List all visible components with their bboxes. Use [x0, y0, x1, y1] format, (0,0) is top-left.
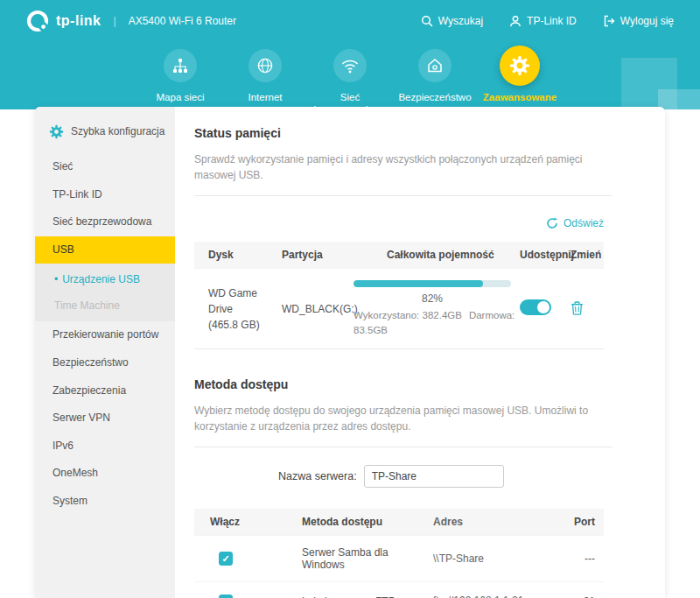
section-title: Status pamięci [194, 126, 604, 140]
sidebar-item-usb-device[interactable]: •Urządzenie USB [35, 266, 175, 292]
sidebar-item-onemesh[interactable]: OneMesh [35, 460, 175, 488]
tab-circle [418, 49, 452, 82]
section-description: Wybierz metodę dostępu do swojego urządz… [194, 403, 612, 447]
capacity-percent: 82% [354, 292, 511, 305]
disk-size: (465.8 GB) [208, 317, 282, 333]
storage-table-row: WD Game Drive (465.8 GB) WD_BLACK(G:) 82… [194, 268, 604, 348]
access-row-local-ftp: Lokalny serwer FTP ftp://192.168.1.1:21 … [194, 581, 604, 598]
tab-label: Internet [248, 92, 283, 104]
router-model: AX5400 Wi-Fi 6 Router [129, 15, 236, 27]
sidebar-item-label: Urządzenie USB [62, 273, 140, 285]
used-label: Wykorzystano: 382.4GB [354, 310, 462, 320]
tab-label: Bezpieczeństwo [398, 92, 471, 104]
access-method-section: Metoda dostępu Wybierz metodę dostępu do… [194, 377, 604, 598]
brand-name: tp-link [56, 13, 102, 29]
server-name-label: Nazwa serwera: [278, 470, 357, 482]
sidebar-item-ipv6[interactable]: IPv6 [35, 433, 175, 461]
sidebar-item-time-machine: Time Machine [35, 292, 175, 319]
samba-enable-checkbox[interactable] [219, 552, 233, 566]
disk-name: WD Game Drive [208, 285, 282, 317]
tab-wireless[interactable]: Sieć bezprzewodowa [308, 44, 393, 116]
sidebar-item-system[interactable]: System [35, 488, 175, 516]
search-button[interactable]: Wyszukaj [421, 15, 483, 27]
toggle-knob [537, 301, 550, 313]
capacity-stats: Wykorzystano: 382.4GBDarmowa: 83.5GB [354, 308, 516, 337]
share-toggle[interactable] [520, 299, 551, 315]
access-address: \\TP-Share [433, 551, 562, 567]
tab-label: Sieć bezprzewodowa [308, 92, 393, 116]
search-label: Wyszukaj [438, 15, 483, 27]
wifi-icon [340, 57, 360, 74]
person-icon [509, 15, 522, 27]
refresh-label: Odśwież [564, 217, 604, 229]
tplink-id-label: TP-Link ID [527, 15, 577, 27]
sidebar-item-tplink-id[interactable]: TP-Link ID [35, 181, 175, 209]
section-title: Metoda dostępu [194, 377, 604, 391]
logout-icon [603, 15, 615, 27]
access-table: Włącz Metoda dostępu Adres Port Serwer S… [194, 509, 604, 598]
server-name-input[interactable] [364, 465, 504, 488]
tab-circle [333, 49, 367, 82]
column-header: Całkowita pojemność [354, 249, 520, 261]
refresh-icon [546, 217, 558, 229]
access-table-header: Włącz Metoda dostępu Adres Port [194, 509, 604, 535]
tab-circle [248, 49, 282, 82]
tab-label: Mapa sieci [157, 92, 205, 104]
delete-disk-button[interactable] [570, 300, 584, 315]
sidebar-item-protection[interactable]: Zabezpieczenia [35, 377, 175, 405]
refresh-button[interactable]: Odśwież [546, 217, 604, 229]
tab-circle [500, 46, 540, 86]
column-header: Udostępnij [520, 249, 570, 261]
logout-label: Wyloguj się [620, 15, 674, 27]
tab-internet[interactable]: Internet [223, 44, 308, 116]
capacity-progress-bar [354, 280, 511, 287]
sidebar-usb-submenu: •Urządzenie USB Time Machine [35, 264, 175, 321]
sidebar-item-quick-setup[interactable]: Szybka konfiguracja [35, 110, 175, 153]
topbar-actions: Wyszukaj TP-Link ID Wyloguj się [421, 15, 674, 27]
globe-icon [256, 57, 274, 74]
section-description: Sprawdź wykorzystanie pamięci i adresy w… [194, 151, 612, 196]
column-header: Dysk [194, 247, 282, 263]
main-nav: Mapa sieci Internet Sieć bezprzewodowa [0, 44, 700, 116]
sidebar-item-port-forwarding[interactable]: Przekierowanie portów [35, 321, 175, 349]
bullet-icon: • [54, 273, 58, 285]
tab-circle [164, 49, 197, 82]
sidebar-item-label: Szybka konfiguracja [71, 125, 164, 138]
sidebar-item-network[interactable]: Sieć [35, 153, 175, 181]
logout-button[interactable]: Wyloguj się [603, 15, 674, 27]
tab-security[interactable]: Bezpieczeństwo [393, 44, 478, 116]
access-port: --- [562, 552, 604, 565]
tab-network-map[interactable]: Mapa sieci [138, 44, 223, 116]
tplink-id-button[interactable]: TP-Link ID [509, 15, 577, 27]
network-map-icon [172, 57, 189, 74]
access-method: Serwer Samba dla Windows [302, 546, 433, 571]
sidebar: Szybka konfiguracja Sieć TP-Link ID Sieć… [35, 107, 175, 598]
gear-icon [509, 55, 530, 76]
tplink-logo-icon [26, 10, 49, 32]
storage-status-section: Status pamięci Sprawdź wykorzystanie pam… [194, 126, 604, 349]
capacity-progress-fill [354, 280, 483, 287]
column-header: Metoda dostępu [302, 516, 433, 528]
column-header: Partycja [282, 249, 354, 261]
trash-icon [570, 300, 584, 315]
search-icon [421, 15, 433, 27]
local-ftp-enable-checkbox[interactable] [219, 594, 233, 598]
column-header: Adres [433, 514, 562, 531]
sidebar-item-usb[interactable]: USB [35, 236, 175, 264]
partition-name: WD_BLACK(G:) [282, 303, 354, 315]
access-row-samba: Serwer Samba dla Windows \\TP-Share --- [194, 535, 604, 581]
main-panel: Status pamięci Sprawdź wykorzystanie pam… [175, 107, 665, 598]
sidebar-item-wireless[interactable]: Sieć bezprzewodowa [35, 208, 175, 236]
access-address: ftp://192.168.1.1:21 [433, 593, 562, 598]
sidebar-item-security[interactable]: Bezpieczeństwo [35, 349, 175, 377]
home-security-icon [426, 57, 444, 74]
topbar: tp-link | AX5400 Wi-Fi 6 Router Wyszukaj… [0, 0, 700, 42]
tab-advanced[interactable]: Zaawansowane [478, 44, 563, 116]
sidebar-item-vpn-server[interactable]: Serwer VPN [35, 405, 175, 433]
content-card: Szybka konfiguracja Sieć TP-Link ID Sieć… [35, 107, 665, 598]
brand: tp-link | AX5400 Wi-Fi 6 Router [26, 10, 236, 32]
storage-table-header: Dysk Partycja Całkowita pojemność Udostę… [194, 242, 604, 268]
tab-label: Zaawansowane [483, 92, 556, 104]
gear-icon [49, 124, 64, 139]
storage-table: Dysk Partycja Całkowita pojemność Udostę… [194, 242, 604, 349]
